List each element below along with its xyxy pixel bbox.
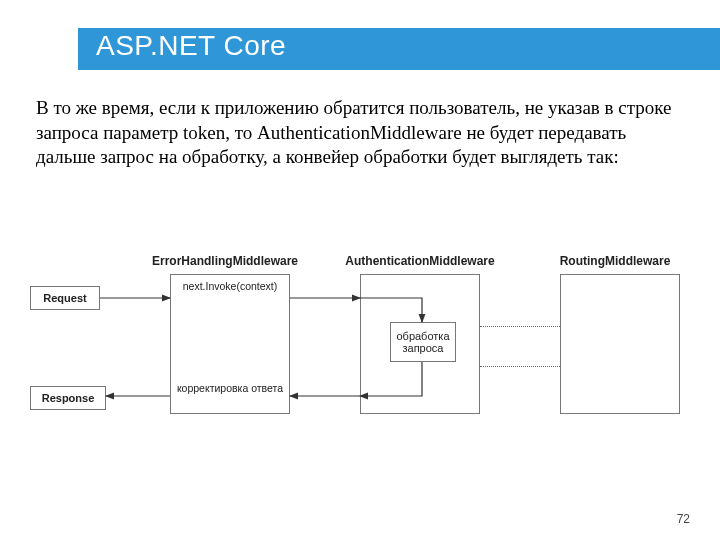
error-top-caption: next.Invoke(context) — [176, 280, 284, 292]
auth-middleware-title: AuthenticationMiddleware — [330, 254, 510, 268]
dotted-back — [480, 366, 560, 367]
auth-center-box: обработка запроса — [390, 322, 456, 362]
response-label: Response — [30, 386, 106, 410]
middleware-diagram: Request Response ErrorHandlingMiddleware… — [20, 236, 700, 444]
page-title: ASP.NET Core — [96, 30, 286, 62]
page-number: 72 — [677, 512, 690, 526]
dotted-forward — [480, 326, 560, 327]
error-bottom-caption: корректировка ответа — [176, 382, 284, 394]
body-paragraph: В то же время, если к приложению обратит… — [36, 96, 684, 170]
error-middleware-title: ErrorHandlingMiddleware — [140, 254, 310, 268]
slide: ASP.NET Core В то же время, если к прило… — [0, 0, 720, 540]
request-label: Request — [30, 286, 100, 310]
routing-middleware-box — [560, 274, 680, 414]
routing-middleware-title: RoutingMiddleware — [540, 254, 690, 268]
